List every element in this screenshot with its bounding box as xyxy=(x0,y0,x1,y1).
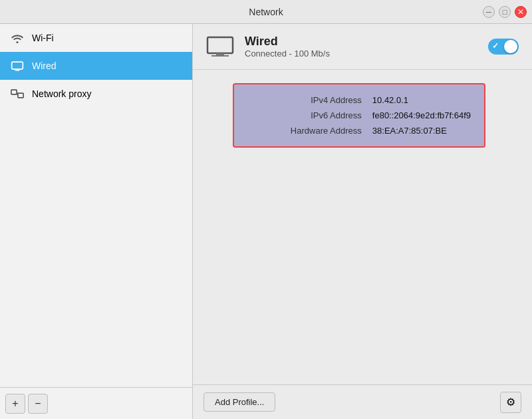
wifi-icon xyxy=(11,31,24,45)
svg-rect-0 xyxy=(12,62,23,69)
main-container: Wi-Fi Wired xyxy=(0,24,532,419)
maximize-button[interactable]: □ xyxy=(499,6,511,18)
hardware-label: Hardware Address xyxy=(247,126,362,136)
sidebar-item-wifi-label: Wi-Fi xyxy=(32,33,54,43)
titlebar: Network ─ □ ✕ xyxy=(0,0,532,24)
ipv6-value: fe80::2064:9e2d:fb7f:64f9 xyxy=(372,110,471,120)
device-status: Connected - 100 Mb/s xyxy=(245,49,477,59)
device-name: Wired xyxy=(245,35,477,49)
window-title: Network xyxy=(249,7,283,17)
wired-icon xyxy=(11,59,24,72)
gear-icon: ⚙ xyxy=(506,396,515,408)
content-footer: Add Profile... ⚙ xyxy=(193,384,532,419)
settings-button[interactable]: ⚙ xyxy=(500,392,521,413)
hardware-value: 38:EA:A7:85:07:BE xyxy=(372,126,471,136)
add-profile-button[interactable]: Add Profile... xyxy=(203,392,275,412)
sidebar-item-wired-label: Wired xyxy=(32,61,57,71)
svg-line-5 xyxy=(17,92,18,96)
minimize-button[interactable]: ─ xyxy=(483,6,495,18)
add-connection-button[interactable]: + xyxy=(5,394,25,414)
remove-connection-button[interactable]: − xyxy=(28,394,48,414)
sidebar-item-wired[interactable]: Wired xyxy=(0,52,192,80)
svg-rect-4 xyxy=(18,93,23,98)
svg-rect-6 xyxy=(207,37,233,53)
ipv6-label: IPv6 Address xyxy=(247,110,362,120)
sidebar-item-wifi[interactable]: Wi-Fi xyxy=(0,24,192,52)
content-header: Wired Connected - 100 Mb/s ✓ xyxy=(193,24,532,70)
ipv4-value: 10.42.0.1 xyxy=(372,95,471,105)
sidebar-list: Wi-Fi Wired xyxy=(0,24,192,387)
content-body: IPv4 Address 10.42.0.1 IPv6 Address fe80… xyxy=(193,70,532,384)
content-area: Wired Connected - 100 Mb/s ✓ IPv4 Addres… xyxy=(193,24,532,419)
sidebar-item-network-proxy[interactable]: Network proxy xyxy=(0,80,192,108)
device-icon xyxy=(206,36,234,57)
close-button[interactable]: ✕ xyxy=(515,6,527,18)
proxy-icon xyxy=(11,87,24,100)
svg-rect-3 xyxy=(11,90,17,94)
sidebar-item-proxy-label: Network proxy xyxy=(32,88,91,99)
network-info-card: IPv4 Address 10.42.0.1 IPv6 Address fe80… xyxy=(233,83,485,148)
connection-toggle[interactable]: ✓ xyxy=(488,39,519,55)
sidebar-footer: + − xyxy=(0,387,192,419)
sidebar: Wi-Fi Wired xyxy=(0,24,193,419)
window-controls: ─ □ ✕ xyxy=(483,6,527,18)
ipv4-label: IPv4 Address xyxy=(247,95,362,105)
header-info: Wired Connected - 100 Mb/s xyxy=(245,35,477,59)
